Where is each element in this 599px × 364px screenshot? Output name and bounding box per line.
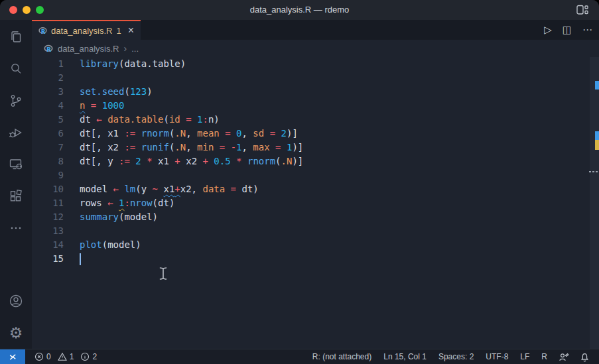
files-icon bbox=[8, 29, 24, 45]
line-number[interactable]: 8 bbox=[32, 154, 64, 168]
status-r-session[interactable]: R: (not attached) bbox=[306, 352, 377, 361]
code-editor[interactable]: 1library(data.table)23set.seed(123)4n = … bbox=[32, 57, 590, 349]
line-content: set.seed(123) bbox=[80, 85, 153, 99]
line-number[interactable]: 9 bbox=[32, 168, 64, 182]
tab-dirty-badge: 1 bbox=[116, 26, 121, 36]
activity-remote-explorer[interactable] bbox=[8, 156, 24, 172]
line-content: library(data.table) bbox=[80, 57, 186, 71]
line-number[interactable]: 6 bbox=[32, 127, 64, 141]
ruler-decoration bbox=[595, 81, 599, 90]
activity-extensions[interactable] bbox=[8, 188, 24, 204]
status-bar: 0 1 2 R: (not attached)Ln 15, Col 1Space… bbox=[0, 349, 599, 364]
activity-search[interactable] bbox=[8, 61, 24, 77]
line-number[interactable]: 11 bbox=[32, 196, 64, 210]
tab-label: data_analysis.R bbox=[51, 26, 113, 36]
line-number[interactable]: 13 bbox=[32, 224, 64, 238]
account-icon bbox=[8, 292, 24, 310]
breadcrumb: R data_analysis.R › ... bbox=[32, 40, 599, 57]
status-bar-right: R: (not attached)Ln 15, Col 1Spaces: 2UT… bbox=[306, 352, 553, 361]
activity-source-control[interactable] bbox=[8, 93, 24, 109]
editor-group: R data_analysis.R 1 × ▷ ◫ ⋯ R data_analy… bbox=[32, 20, 599, 349]
line-content: model ← lm(y ~ x1+x2, data = dt) bbox=[80, 182, 259, 196]
layout-icon[interactable] bbox=[576, 5, 588, 15]
line-content: summary(model) bbox=[80, 210, 158, 224]
code-line[interactable]: 6dt[, x1 := rnorm(.N, mean = 0, sd = 2)] bbox=[32, 127, 590, 141]
code-line[interactable]: 1library(data.table) bbox=[32, 57, 590, 71]
breadcrumb-separator: › bbox=[124, 43, 127, 54]
more-icon bbox=[8, 220, 24, 236]
status-eol[interactable]: LF bbox=[514, 352, 535, 361]
code-line[interactable]: 13 bbox=[32, 224, 590, 238]
info-icon bbox=[80, 352, 90, 361]
overview-ruler-scrollbar[interactable] bbox=[590, 57, 599, 349]
bell-icon bbox=[580, 352, 590, 362]
code-line[interactable]: 7dt[, x2 := runif(.N, min = -1, max = 1)… bbox=[32, 141, 590, 154]
run-debug-icon bbox=[8, 125, 24, 141]
error-count: 0 bbox=[46, 352, 51, 361]
activity-bar-top bbox=[8, 20, 24, 236]
r-language-icon: R bbox=[38, 26, 47, 36]
code-line[interactable]: 5dt ← data.table(id = 1:n) bbox=[32, 113, 590, 127]
code-line[interactable]: 11rows ← 1:nrow(dt) bbox=[32, 196, 590, 210]
line-number[interactable]: 15 bbox=[32, 252, 64, 266]
activity-more[interactable] bbox=[8, 220, 24, 236]
tab-bar: R data_analysis.R 1 × ▷ ◫ ⋯ bbox=[32, 20, 599, 40]
line-number[interactable]: 1 bbox=[32, 57, 64, 71]
ruler-decoration bbox=[595, 131, 599, 140]
code-line[interactable]: 14plot(model) bbox=[32, 238, 590, 252]
split-editor-button[interactable]: ◫ bbox=[563, 24, 572, 36]
code-line[interactable]: 15 bbox=[32, 252, 590, 266]
breadcrumb-file[interactable]: data_analysis.R bbox=[58, 44, 119, 54]
svg-text:R: R bbox=[41, 28, 46, 34]
status-encoding[interactable]: UTF-8 bbox=[480, 352, 514, 361]
remote-explorer-icon bbox=[8, 156, 24, 172]
more-actions-button[interactable]: ⋯ bbox=[582, 24, 592, 36]
notifications-button[interactable] bbox=[574, 352, 595, 362]
feedback-button[interactable] bbox=[553, 352, 574, 362]
activity-explorer[interactable] bbox=[8, 29, 24, 45]
source-control-icon bbox=[8, 93, 24, 109]
activity-bar-bottom: ⚙ bbox=[8, 293, 24, 341]
line-number[interactable]: 3 bbox=[32, 85, 64, 99]
activity-settings[interactable]: ⚙ bbox=[8, 325, 24, 341]
tab-close-icon[interactable]: × bbox=[128, 25, 134, 36]
code-line[interactable]: 4n = 1000 bbox=[32, 99, 590, 113]
code-line[interactable]: 9 bbox=[32, 168, 590, 182]
status-indentation[interactable]: Spaces: 2 bbox=[433, 352, 480, 361]
remote-icon bbox=[7, 352, 18, 362]
code-line[interactable]: 3set.seed(123) bbox=[32, 85, 590, 99]
status-language-mode[interactable]: R bbox=[535, 352, 553, 361]
activity-bar: ⚙ bbox=[0, 20, 32, 349]
line-content: dt[, x1 := rnorm(.N, mean = 0, sd = 2)] bbox=[80, 127, 298, 141]
tab-data-analysis[interactable]: R data_analysis.R 1 × bbox=[32, 20, 141, 40]
code-line[interactable]: 10model ← lm(y ~ x1+x2, data = dt) bbox=[32, 182, 590, 196]
svg-text:R: R bbox=[46, 45, 52, 52]
line-content: dt ← data.table(id = 1:n) bbox=[80, 113, 220, 127]
line-number[interactable]: 5 bbox=[32, 113, 64, 127]
code-line[interactable]: 8dt[, y := 2 * x1 + x2 + 0.5 * rnorm(.N)… bbox=[32, 154, 590, 168]
line-content: plot(model) bbox=[80, 238, 141, 252]
line-number[interactable]: 14 bbox=[32, 238, 64, 252]
remote-indicator-button[interactable] bbox=[0, 349, 25, 364]
window-title: data_analysis.R — rdemo bbox=[0, 0, 599, 20]
line-number[interactable]: 7 bbox=[32, 141, 64, 154]
code-lines: 1library(data.table)23set.seed(123)4n = … bbox=[32, 57, 590, 266]
run-button[interactable]: ▷ bbox=[544, 24, 552, 36]
line-number[interactable]: 2 bbox=[32, 71, 64, 85]
status-cursor-position[interactable]: Ln 15, Col 1 bbox=[377, 352, 433, 361]
breadcrumb-symbol[interactable]: ... bbox=[131, 44, 139, 54]
search-icon bbox=[8, 61, 24, 77]
line-number[interactable]: 12 bbox=[32, 210, 64, 224]
code-line[interactable]: 12summary(model) bbox=[32, 210, 590, 224]
warning-icon bbox=[58, 352, 67, 361]
title-bar: data_analysis.R — rdemo bbox=[0, 0, 599, 20]
line-number[interactable]: 10 bbox=[32, 182, 64, 196]
activity-account[interactable] bbox=[8, 293, 24, 309]
activity-run-debug[interactable] bbox=[8, 125, 24, 141]
vscode-window: data_analysis.R — rdemo ⚙ R data_analysi… bbox=[0, 0, 599, 364]
line-content: dt[, x2 := runif(.N, min = -1, max = 1)] bbox=[80, 141, 303, 154]
line-content: dt[, y := 2 * x1 + x2 + 0.5 * rnorm(.N)] bbox=[80, 154, 303, 168]
code-line[interactable]: 2 bbox=[32, 71, 590, 85]
problems-summary[interactable]: 0 1 2 bbox=[34, 352, 101, 361]
line-number[interactable]: 4 bbox=[32, 99, 64, 113]
